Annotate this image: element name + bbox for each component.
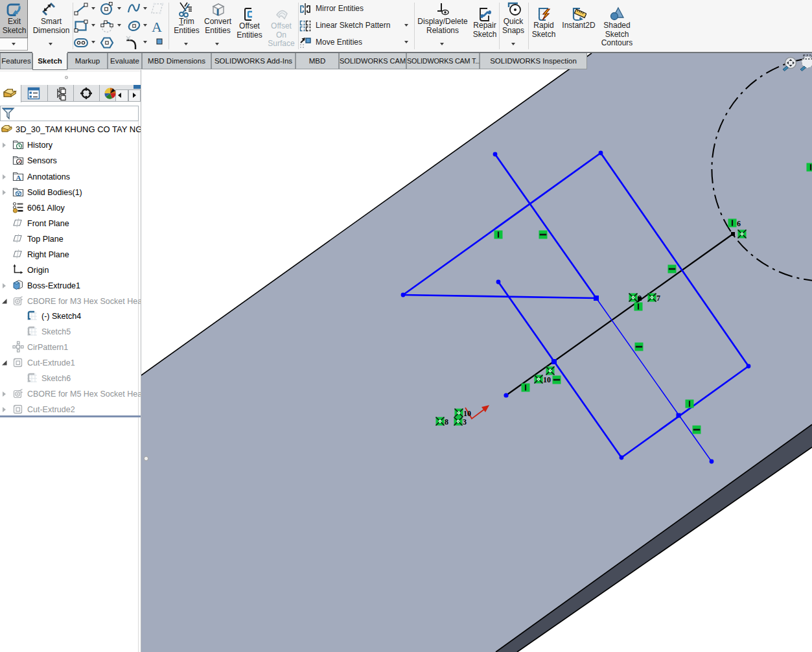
svg-text:3: 3 xyxy=(463,417,467,426)
svg-text:6: 6 xyxy=(737,219,741,228)
svg-text:9: 9 xyxy=(638,294,642,303)
svg-text:A: A xyxy=(16,174,21,181)
svg-text:8: 8 xyxy=(445,417,448,426)
svg-text:7: 7 xyxy=(656,294,660,303)
svg-text:10: 10 xyxy=(463,409,471,418)
svg-text:10: 10 xyxy=(543,375,551,384)
svg-text:A: A xyxy=(152,19,162,35)
